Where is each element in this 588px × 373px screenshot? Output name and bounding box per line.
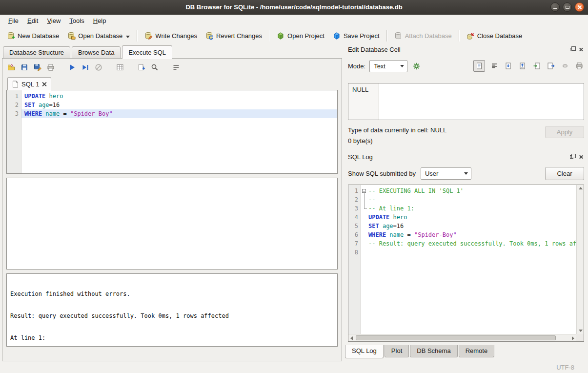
toolbar-button-label: Write Changes bbox=[155, 32, 197, 40]
line-number: 6 bbox=[348, 230, 358, 239]
execute-current-line-icon[interactable] bbox=[81, 63, 90, 72]
clear-button[interactable]: Clear bbox=[545, 167, 584, 180]
close-panel-icon[interactable] bbox=[578, 46, 584, 53]
message-line: Result: query executed successfully. Too… bbox=[10, 312, 334, 320]
line-number: 4 bbox=[348, 213, 358, 222]
mode-label: Mode: bbox=[348, 62, 365, 70]
titlebar[interactable]: DB Browser for SQLite - /home/user/code/… bbox=[0, 0, 588, 15]
word-wrap-icon[interactable] bbox=[172, 63, 181, 72]
import-data-icon[interactable] bbox=[532, 61, 542, 71]
write-changes-icon bbox=[144, 31, 153, 40]
toolbar-button-label: New Database bbox=[18, 32, 59, 40]
submitter-combobox[interactable]: User bbox=[421, 167, 471, 180]
write-changes-button[interactable]: Write Changes bbox=[141, 29, 201, 42]
maximize-icon bbox=[566, 6, 569, 9]
log-line bbox=[361, 248, 584, 257]
align-text-icon[interactable] bbox=[489, 61, 499, 71]
execution-message-area[interactable]: Execution finished without errors. Resul… bbox=[6, 273, 338, 347]
float-panel-icon[interactable] bbox=[568, 154, 575, 160]
open-project-icon bbox=[276, 31, 285, 40]
editor-line[interactable]: SET age=16 bbox=[21, 101, 337, 109]
execute-all-icon[interactable] bbox=[68, 63, 77, 72]
editor-line-numbers: 1 2 3 bbox=[7, 90, 21, 173]
results-grid[interactable] bbox=[6, 178, 338, 269]
tab-browse-data[interactable]: Browse Data bbox=[72, 46, 121, 59]
encoding-indicator[interactable]: UTF-8 bbox=[556, 364, 574, 371]
submitter-combobox-value: User bbox=[425, 170, 438, 177]
scroll-down-icon[interactable] bbox=[579, 330, 583, 332]
editor-text-area[interactable]: UPDATE hero SET age=16 WHERE name = "Spi… bbox=[21, 90, 337, 173]
set-null-icon[interactable] bbox=[560, 61, 570, 71]
line-number: 3 bbox=[7, 109, 19, 118]
find-replace-icon[interactable] bbox=[151, 63, 160, 72]
open-database-button[interactable]: Open Database bbox=[63, 29, 133, 42]
menu-tools[interactable]: Tools bbox=[65, 16, 88, 26]
log-line: WHERE name = "Spider-Boy" bbox=[361, 230, 584, 239]
sql-document-icon bbox=[12, 81, 19, 88]
save-sql-as-icon[interactable] bbox=[34, 63, 42, 72]
cell-editor[interactable]: NULL bbox=[348, 83, 584, 120]
save-sql-file-icon[interactable] bbox=[20, 63, 29, 72]
fold-line bbox=[361, 195, 368, 204]
log-line: -- bbox=[361, 195, 584, 204]
export-results-icon[interactable] bbox=[116, 63, 125, 72]
print-sql-icon[interactable] bbox=[47, 63, 56, 72]
scrollbar-thumb[interactable] bbox=[356, 335, 556, 340]
close-button[interactable] bbox=[575, 2, 584, 12]
open-sql-file-icon[interactable] bbox=[7, 63, 16, 72]
main-toolbar: New Database Open Database Write Changes… bbox=[0, 26, 588, 45]
sql-log-filter-row: Show SQL submitted by User Clear bbox=[348, 166, 584, 181]
tab-plot[interactable]: Plot bbox=[385, 345, 409, 357]
mode-combobox[interactable]: Text bbox=[369, 60, 407, 72]
log-line-numbers: 1 2 3 4 5 6 7 8 bbox=[348, 185, 361, 341]
scroll-right-icon[interactable] bbox=[572, 336, 574, 340]
print-cell-icon[interactable] bbox=[574, 61, 584, 71]
tab-sql-log[interactable]: SQL Log bbox=[345, 345, 384, 358]
close-tab-icon[interactable] bbox=[42, 82, 46, 86]
line-number: 3 bbox=[348, 204, 358, 213]
tab-execute-sql[interactable]: Execute SQL bbox=[122, 45, 172, 59]
maximize-button[interactable] bbox=[563, 2, 572, 12]
log-text-area[interactable]: -- EXECUTING ALL IN 'SQL 1' -- -- At lin… bbox=[361, 185, 584, 341]
menu-view[interactable]: View bbox=[42, 16, 65, 26]
tab-remote[interactable]: Remote bbox=[459, 345, 495, 357]
open-database-menu-arrow[interactable] bbox=[126, 36, 130, 38]
text-document-icon[interactable] bbox=[473, 60, 485, 72]
export-data-icon[interactable] bbox=[546, 61, 556, 71]
close-database-button[interactable]: Close Database bbox=[463, 29, 526, 42]
vertical-scrollbar[interactable] bbox=[576, 185, 584, 334]
execute-sql-panel: SQL 1 1 2 3 UPDATE hero SET age=16 WHERE… bbox=[2, 58, 342, 361]
fold-marker[interactable] bbox=[361, 186, 368, 195]
save-cell-icon[interactable] bbox=[504, 61, 513, 71]
open-project-button[interactable]: Open Project bbox=[273, 29, 328, 42]
minimize-button[interactable] bbox=[550, 2, 560, 12]
main-content: Database Structure Browse Data Execute S… bbox=[0, 45, 588, 361]
tab-database-structure[interactable]: Database Structure bbox=[3, 46, 70, 59]
line-number: 1 bbox=[348, 186, 358, 195]
menu-edit[interactable]: Edit bbox=[23, 16, 42, 26]
editor-line-current[interactable]: WHERE name = "Spider-Boy" bbox=[21, 109, 337, 118]
line-number: 5 bbox=[348, 222, 358, 230]
revert-changes-button[interactable]: Revert Changes bbox=[202, 29, 265, 42]
filter-label: Show SQL submitted by bbox=[348, 170, 416, 177]
line-number: 7 bbox=[348, 239, 358, 248]
open-cell-icon[interactable] bbox=[518, 61, 527, 71]
toolbar-button-label: Open Project bbox=[287, 32, 324, 40]
toolbar-separator bbox=[459, 30, 459, 41]
editor-line[interactable]: UPDATE hero bbox=[21, 92, 337, 101]
horizontal-scrollbar[interactable] bbox=[348, 334, 576, 341]
float-panel-icon[interactable] bbox=[568, 46, 575, 53]
scroll-up-icon[interactable] bbox=[579, 187, 583, 189]
menu-help[interactable]: Help bbox=[89, 16, 111, 26]
save-project-button[interactable]: Save Project bbox=[329, 29, 383, 42]
scroll-left-icon[interactable] bbox=[350, 336, 353, 340]
save-results-icon[interactable] bbox=[138, 63, 146, 72]
tab-db-schema[interactable]: DB Schema bbox=[410, 345, 457, 357]
close-panel-icon[interactable] bbox=[578, 154, 584, 160]
menu-file[interactable]: File bbox=[4, 16, 23, 26]
sql-tab-1[interactable]: SQL 1 bbox=[7, 77, 51, 90]
auto-switch-mode-icon[interactable] bbox=[411, 61, 421, 71]
left-panel: Database Structure Browse Data Execute S… bbox=[0, 45, 342, 361]
new-database-button[interactable]: New Database bbox=[3, 29, 62, 42]
sql-tab-bar: SQL 1 bbox=[6, 76, 338, 90]
